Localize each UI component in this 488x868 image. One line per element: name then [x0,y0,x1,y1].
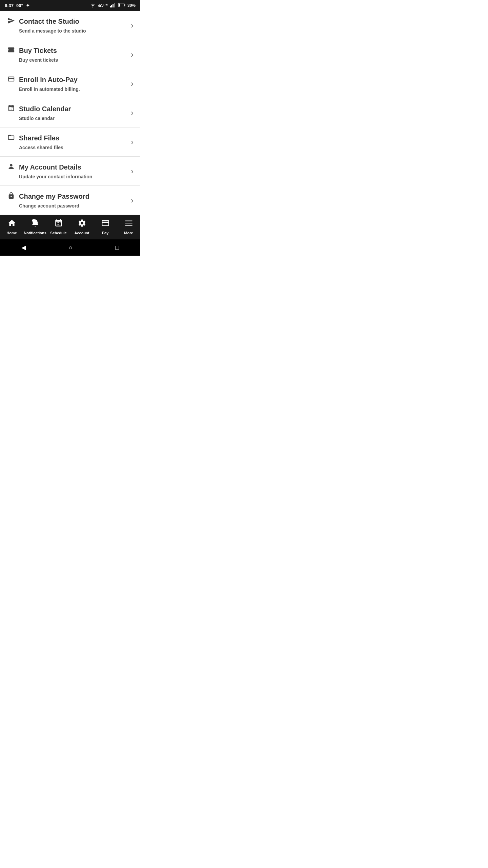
menu-item-my-account-left: My Account Details Update your contact i… [7,163,92,179]
menu-item-change-password-title: Change my Password [7,192,89,201]
nav-item-more-label: More [124,231,133,235]
menu-item-change-password-left: Change my Password Change account passwo… [7,192,89,209]
app-icon: ✦ [26,3,30,8]
menu-item-shared-files-subtitle: Access shared files [19,145,63,150]
svg-rect-7 [118,3,120,6]
menu-item-my-account-subtitle: Update your contact information [19,174,92,179]
menu-item-change-password-subtitle: Change account password [19,203,89,209]
chevron-right-icon: › [131,108,134,118]
menu-item-studio-calendar-left: Studio Calendar Studio calendar [7,104,71,121]
chevron-right-icon: › [131,50,134,59]
menu-item-contact-studio-left: Contact the Studio Send a message to the… [7,17,86,34]
nav-item-pay[interactable]: Pay [94,219,117,235]
status-right: 4GLTE 30% [90,3,136,8]
status-left: 6:37 90° ✦ [5,3,30,8]
menu-item-contact-studio[interactable]: Contact the Studio Send a message to the… [0,11,140,40]
signal-icon [110,3,116,8]
menu-item-enroll-autopay-title: Enroll in Auto-Pay [7,75,80,84]
menu-item-enroll-autopay[interactable]: Enroll in Auto-Pay Enroll in automated b… [0,69,140,98]
android-nav-bar: ◀ ○ □ [0,239,140,256]
android-recent-button[interactable]: □ [115,244,119,251]
nav-item-schedule[interactable]: Schedule [47,219,70,235]
nav-item-home[interactable]: Home [0,219,23,235]
menu-item-buy-tickets-title: Buy Tickets [7,46,58,55]
android-home-button[interactable]: ○ [69,244,73,251]
bottom-nav: Home Notifications Schedule Acco [0,215,140,239]
menu-item-studio-calendar-title: Studio Calendar [7,104,71,114]
svg-point-0 [93,6,93,7]
svg-rect-3 [113,4,114,7]
lock-icon [7,192,16,201]
nav-item-notifications-label: Notifications [24,231,46,235]
chevron-right-icon: › [131,196,134,205]
menu-item-studio-calendar-subtitle: Studio calendar [19,116,71,121]
svg-rect-1 [110,6,111,7]
chevron-right-icon: › [131,137,134,147]
folder-icon [7,134,16,143]
ticket-icon [7,46,16,55]
nav-item-home-label: Home [6,231,17,235]
wifi-icon [90,3,96,8]
menu-item-shared-files-title: Shared Files [7,134,63,143]
nav-item-more[interactable]: More [117,219,140,235]
nav-item-schedule-label: Schedule [50,231,67,235]
nav-item-pay-label: Pay [102,231,109,235]
menu-item-buy-tickets-left: Buy Tickets Buy event tickets [7,46,58,63]
menu-item-enroll-autopay-left: Enroll in Auto-Pay Enroll in automated b… [7,75,80,92]
menu-list: Contact the Studio Send a message to the… [0,11,140,215]
schedule-nav-icon [54,219,63,230]
4g-icon: 4GLTE [98,3,108,8]
menu-item-shared-files-left: Shared Files Access shared files [7,134,63,150]
menu-item-studio-calendar[interactable]: Studio Calendar Studio calendar › [0,98,140,127]
chevron-right-icon: › [131,166,134,176]
svg-rect-11 [125,225,133,225]
chevron-right-icon: › [131,79,134,88]
svg-rect-10 [125,223,133,223]
calendar-icon [7,104,16,114]
menu-item-my-account-title: My Account Details [7,163,92,172]
more-nav-icon [124,219,133,230]
time: 6:37 [5,3,14,8]
menu-item-contact-studio-title: Contact the Studio [7,17,86,26]
menu-item-contact-studio-subtitle: Send a message to the studio [19,28,86,34]
notifications-nav-icon [31,219,40,230]
person-icon [7,163,16,172]
svg-rect-4 [114,3,115,7]
send-icon [7,17,16,26]
credit-card-icon [7,75,16,84]
svg-rect-2 [111,5,112,7]
status-bar: 6:37 90° ✦ 4GLTE [0,0,140,11]
battery-icon [118,3,125,8]
android-back-button[interactable]: ◀ [21,244,26,251]
menu-item-my-account[interactable]: My Account Details Update your contact i… [0,157,140,186]
svg-rect-6 [124,4,125,6]
temperature: 90° [16,3,23,8]
nav-item-notifications[interactable]: Notifications [23,219,47,235]
menu-item-buy-tickets[interactable]: Buy Tickets Buy event tickets › [0,40,140,69]
home-nav-icon [7,219,16,230]
menu-item-change-password[interactable]: Change my Password Change account passwo… [0,186,140,215]
menu-item-buy-tickets-subtitle: Buy event tickets [19,57,58,63]
account-nav-icon [78,219,86,230]
nav-item-account[interactable]: Account [70,219,94,235]
svg-rect-9 [125,220,133,221]
chevron-right-icon: › [131,21,134,30]
menu-item-enroll-autopay-subtitle: Enroll in automated billing. [19,86,80,92]
pay-nav-icon [101,219,110,230]
nav-item-account-label: Account [75,231,89,235]
menu-item-shared-files[interactable]: Shared Files Access shared files › [0,127,140,157]
battery-percent: 30% [127,3,136,8]
